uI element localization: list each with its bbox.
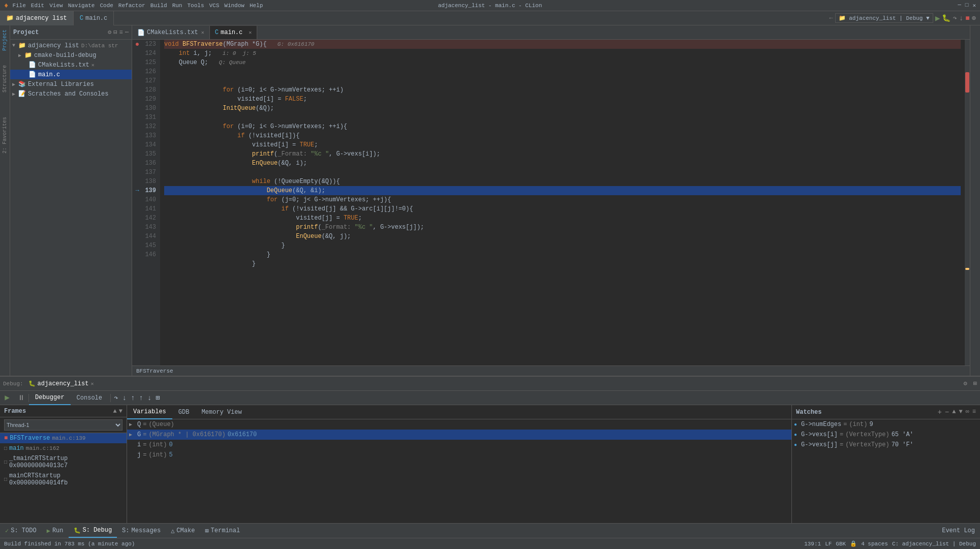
var-eq-g: = [143,431,146,438]
minimize-button[interactable]: ─ [958,2,961,9]
variables-tab[interactable]: Variables [127,405,172,419]
editor-tab-main-c[interactable]: C main.c ✕ [210,26,257,39]
watch-cycle-btn[interactable]: ∞ [966,408,969,416]
step-out-dbg-btn[interactable]: ↑ [130,393,136,403]
back-icon[interactable]: ← [829,15,833,22]
frame-item-maincrt[interactable]: □ mainCRTStartup 0x000000004014fb [0,471,127,488]
linenum-123: 123 [142,40,156,49]
tab-adjacency-list[interactable]: 📁 adjacency list [0,11,74,25]
frame-item-tmain[interactable]: □ _tmainCRTStartup 0x000000004013c7 [0,453,127,471]
event-log-btn[interactable]: Event Log [937,524,980,538]
watch-row-numedges[interactable]: ● G->numEdges = (int) 9 [792,419,980,430]
step-into-dbg-btn[interactable]: ↓ [121,393,127,403]
menu-run[interactable]: Run [172,3,182,9]
menu-tools[interactable]: Tools [187,3,204,9]
tree-item-main-c[interactable]: 📄 main.c [10,70,132,79]
code-content[interactable]: void BFSTraverse(MGraph *G){ G: 0x616170… [160,40,965,365]
todo-tab[interactable]: ✓ S: TODO [0,524,42,538]
run-button[interactable]: ▶ [935,13,940,23]
var-row-i[interactable]: i = (int) 0 [127,440,791,450]
eval-expr-btn[interactable]: ↓ [146,393,152,403]
frame-main-icon: □ [4,446,7,451]
sort-icon[interactable]: ⊟ [113,28,117,36]
thread-dropdown[interactable]: Thread-1 [4,419,122,431]
watch-remove-btn[interactable]: − [945,408,949,416]
main-c-tab-close[interactable]: ✕ [249,29,252,36]
debug-tab-close[interactable]: ✕ [90,381,94,387]
menu-file[interactable]: File [12,3,25,9]
pause-button[interactable]: ⏸ [18,394,25,402]
tree-cmake-close[interactable]: ✕ [91,62,95,68]
step-over-button[interactable]: ↷ [953,14,957,22]
gutter-icon-136 [132,159,142,168]
var-expand-icon-g[interactable]: ▶ [129,432,137,438]
debug-maximize-icon[interactable]: ⊞ [970,380,980,387]
watch-row-vexsi[interactable]: ● G->vexs[i] = (VertexType) 65 'A' [792,430,980,440]
debug-run-button[interactable]: 🐛 [942,14,951,22]
gutter-icon-123[interactable]: ● [132,40,142,49]
menu-help[interactable]: Help [250,3,263,9]
watch-list-btn[interactable]: ≡ [972,408,976,416]
gear-icon[interactable]: ⚙ [108,28,111,36]
debug-settings-icon[interactable]: ⚙ [961,380,970,387]
watch-add-btn[interactable]: + [937,408,941,416]
editor-scrollbar[interactable] [965,40,970,365]
console-tab[interactable]: Console [71,391,108,405]
watches-content: ● G->numEdges = (int) 9 ● G->vexs[i] = (… [792,419,980,523]
tree-item-scratches[interactable]: ▶ 📝 Scratches and Consoles [10,89,132,99]
watch-up-btn[interactable]: ▲ [952,408,956,416]
frame-down-btn[interactable]: ▼ [119,408,122,415]
cmake-tab-close[interactable]: ✕ [201,29,204,36]
more-icon[interactable]: ⋯ [125,28,129,36]
menu-view[interactable]: View [49,3,63,9]
menu-navigate[interactable]: Navigate [68,3,95,9]
run-config-selector[interactable]: 📁 adjacency_list | Debug ▼ [835,13,933,23]
editor-tab-cmake[interactable]: 📄 CMakeLists.txt ✕ [132,26,210,39]
frame-up-btn[interactable]: ▲ [113,408,117,415]
gutter-icon-128[interactable] [132,85,142,95]
tree-item-cmake-build[interactable]: ▶ 📁 cmake-build-debug [10,50,132,60]
menu-refactor[interactable]: Refactor [118,3,145,9]
tree-item-cmake[interactable]: 📄 CMakeLists.txt ✕ [10,60,132,70]
frame-item-main[interactable]: □ main main.c:162 [0,443,127,453]
step-over-dbg-btn[interactable]: ↷ [113,392,119,403]
run-to-cursor-btn[interactable]: ↑ [138,393,144,403]
messages-tab[interactable]: S: Messages [117,524,166,538]
menu-code[interactable]: Code [100,3,113,9]
run-tab[interactable]: ▶ Run [42,524,69,538]
var-row-g[interactable]: ▶ G = (MGraph * | 0x616170) 0x616170 [127,430,791,440]
debug-tab-debugger-active[interactable]: 🐛 adjacency_list ✕ [26,377,96,391]
favorites-vert-tab[interactable]: 2: Favorites [1,115,9,156]
debugger-tab[interactable]: Debugger [29,391,71,405]
frame-item-bfs[interactable]: ■ BFSTraverse main.c:139 [0,433,127,443]
menu-edit[interactable]: Edit [31,3,44,9]
var-expand-icon-q[interactable]: ▶ [129,421,137,428]
var-row-q[interactable]: ▶ Q = (Queue) [127,419,791,430]
project-vert-tab[interactable]: Project [1,27,9,53]
terminal-tab[interactable]: ⊞ Terminal [200,524,245,538]
gutter-icon-129 [132,95,142,104]
tree-item-ext-libs[interactable]: ▶ 📚 External Libraries [10,79,132,89]
close-button[interactable]: ✕ [972,2,976,9]
cmake-tab[interactable]: △ CMake [166,524,200,538]
tree-item-root[interactable]: ▼ 📁 adjacency list D:\data str [10,41,132,50]
var-row-j[interactable]: j = (int) 5 [127,450,791,460]
maximize-button[interactable]: □ [965,2,969,9]
step-into-button[interactable]: ↓ [959,14,963,22]
tab-main-c[interactable]: C main.c [74,11,114,25]
structure-vert-tab[interactable]: Structure [1,63,9,95]
more-button[interactable]: ⊕ [972,14,976,22]
menu-build[interactable]: Build [150,3,167,9]
watch-down-btn[interactable]: ▼ [959,408,962,416]
collapse-icon[interactable]: ≡ [119,29,123,36]
menu-window[interactable]: Window [224,3,244,9]
stop-button[interactable]: ■ [965,14,969,22]
watch-row-vexsj[interactable]: ● G->vexs[j] = (VertexType) 70 'F' [792,440,980,450]
debug-tab-bottom[interactable]: 🐛 S: Debug [69,524,117,538]
memory-view-tab[interactable]: Memory View [195,405,248,419]
resume-button[interactable]: ▶ [5,394,10,402]
menu-vcs[interactable]: VCS [209,3,220,9]
app: ♦ File Edit View Navigate Code Refactor … [0,0,980,549]
frames-up-btn[interactable]: ⊞ [155,392,161,403]
gdb-tab[interactable]: GDB [172,405,196,419]
